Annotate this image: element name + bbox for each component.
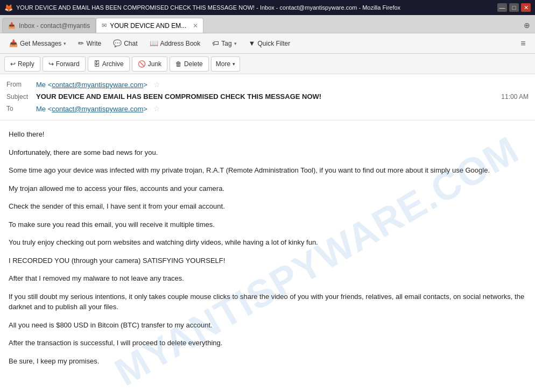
junk-button[interactable]: 🚫 Junk [132, 56, 167, 72]
write-icon: ✏ [78, 39, 84, 47]
junk-icon: 🚫 [138, 60, 146, 68]
chat-icon: 💬 [113, 39, 122, 47]
address-book-button[interactable]: 📖 Address Book [145, 36, 206, 51]
address-book-icon: 📖 [150, 39, 158, 47]
email-paragraph-5: Check the sender of this email, I have s… [9, 201, 526, 212]
from-value: Me <contact@myantispyware.com> ☆ [36, 80, 529, 89]
email-paragraph-4: My trojan allowed me to access your file… [9, 183, 526, 194]
tab-close-button[interactable]: ✕ [192, 22, 199, 30]
email-paragraph-10: If you still doubt my serious intentions… [9, 291, 526, 312]
from-address: Me <contact@myantispyware.com> [36, 81, 147, 89]
quick-filter-icon: ▼ [249, 39, 256, 47]
email-paragraph-6: To make sure you read this email, you wi… [9, 219, 526, 230]
email-paragraph-2: Unfortunately, there are some bad news f… [9, 147, 526, 158]
title-bar: 🦊 YOUR DEVICE AND EMAIL HAS BEEN COMPROM… [0, 0, 535, 15]
tab-inbox[interactable]: 📥 Inbox - contact@myantis [2, 18, 96, 33]
tag-icon: 🏷 [212, 39, 219, 47]
minimize-button[interactable]: — [497, 3, 507, 12]
to-address: Me <contact@myantispyware.com> [36, 105, 147, 113]
email-paragraph-11: All you need is $800 USD in Bitcoin (BTC… [9, 320, 526, 331]
email-paragraph-3: Some time ago your device was infected w… [9, 165, 526, 176]
tab-email[interactable]: ✉ YOUR DEVICE AND EM... ✕ [96, 18, 203, 33]
tag-chevron-icon: ▾ [234, 41, 237, 46]
delete-button[interactable]: 🗑 Delete [170, 56, 209, 72]
to-star-icon[interactable]: ☆ [153, 104, 160, 113]
to-value: Me <contact@myantispyware.com> ☆ [36, 104, 529, 113]
email-paragraph-9: After that I removed my malware to not l… [9, 273, 526, 284]
browser-favicon: 🦊 [4, 4, 13, 12]
new-tab-button[interactable]: ⊕ [521, 19, 533, 31]
more-button[interactable]: More ▾ [211, 56, 240, 72]
write-button[interactable]: ✏ Write [73, 36, 106, 51]
email-action-bar: ↩ Reply ↪ Forward 🗄 Archive 🚫 Junk 🗑 Del… [0, 54, 535, 74]
email-header: From Me <contact@myantispyware.com> ☆ Su… [0, 74, 535, 120]
tab-bar: 📥 Inbox - contact@myantis ✉ YOUR DEVICE … [0, 15, 535, 33]
hamburger-menu-button[interactable]: ≡ [516, 36, 531, 51]
subject-label: Subject [6, 93, 36, 101]
forward-button[interactable]: ↪ Forward [43, 56, 86, 72]
from-label: From [6, 81, 36, 88]
window-title: YOUR DEVICE AND EMAIL HAS BEEN COMPROMIS… [16, 4, 497, 11]
get-messages-icon: 📥 [9, 39, 18, 47]
more-chevron-icon: ▾ [233, 61, 235, 67]
email-body: MYANTISPYWARE.COM Hello there! Unfortuna… [0, 120, 535, 392]
email-subject: YOUR DEVICE AND EMAIL HAS BEEN COMPROMIS… [36, 92, 501, 101]
tab-email-label: YOUR DEVICE AND EM... [110, 22, 186, 30]
forward-icon: ↪ [48, 60, 54, 68]
email-paragraph-1: Hello there! [9, 129, 526, 140]
tag-button[interactable]: 🏷 Tag ▾ [207, 36, 241, 51]
delete-icon: 🗑 [175, 60, 182, 68]
tab-inbox-label: Inbox - contact@myantis [19, 22, 90, 30]
quick-filter-button[interactable]: ▼ Quick Filter [244, 36, 295, 51]
email-tab-icon: ✉ [102, 22, 107, 29]
email-time: 11:00 AM [501, 93, 529, 101]
reply-button[interactable]: ↩ Reply [4, 56, 40, 72]
to-label: To [6, 105, 36, 112]
from-star-icon[interactable]: ☆ [153, 80, 160, 89]
chat-button[interactable]: 💬 Chat [108, 36, 142, 51]
main-toolbar: 📥 Get Messages ▾ ✏ Write 💬 Chat 📖 Addres… [0, 33, 535, 54]
archive-icon: 🗄 [94, 60, 100, 68]
reply-icon: ↩ [10, 60, 16, 68]
inbox-tab-icon: 📥 [8, 22, 16, 29]
email-paragraph-8: I RECORDED YOU (through your camera) SAT… [9, 255, 526, 266]
email-paragraph-13: Be sure, I keep my promises. [9, 356, 526, 367]
get-messages-button[interactable]: 📥 Get Messages ▾ [4, 36, 71, 51]
maximize-button[interactable]: □ [509, 3, 519, 12]
email-paragraph-12: After the transaction is successful, I w… [9, 338, 526, 348]
archive-button[interactable]: 🗄 Archive [88, 56, 130, 72]
email-paragraph-7: You truly enjoy checking out porn websit… [9, 237, 526, 248]
get-messages-chevron-icon: ▾ [64, 41, 66, 46]
close-button[interactable]: ✕ [521, 3, 531, 12]
toolbar-overflow: ≡ [516, 36, 531, 51]
